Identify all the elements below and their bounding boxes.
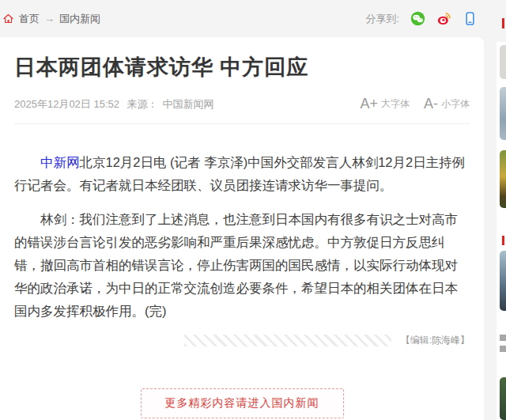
breadcrumb-current-link[interactable]: 国内新闻 (59, 12, 100, 26)
article-paragraph: 中新网北京12月2日电 (记者 李京泽)中国外交部发言人林剑12月2日主持例行记… (14, 151, 470, 197)
breadcrumb-home-link[interactable]: 首页 (19, 12, 40, 26)
paragraph-text: 林剑：我们注意到了上述消息，也注意到日本国内有很多有识之士对高市的错误涉台言论引… (14, 212, 458, 318)
sidebar-sliver (497, 42, 506, 420)
article-paragraph: 林剑：我们注意到了上述消息，也注意到日本国内有很多有识之士对高市的错误涉台言论引… (14, 208, 470, 323)
page: 首页 → 国内新闻 分享到: (0, 0, 506, 420)
stripe-decoration (184, 335, 391, 346)
editor-credit: 【编辑:陈海峰】 (401, 334, 470, 347)
article-datetime: 2025年12月02日 15:52 (14, 98, 119, 110)
sidebar-section-marker (502, 236, 504, 245)
breadcrumb: 首页 → 国内新闻 (2, 12, 100, 26)
chinanews-link[interactable]: 中新网 (40, 155, 80, 169)
paragraph-text: 北京12月2日电 (记者 李京泽)中国外交部发言人林剑12月2日主持例行记者会。… (14, 155, 465, 192)
article-meta: 2025年12月02日 15:52 来源：中国新闻网 A+ 大字体 A- 小字体 (14, 96, 470, 112)
source-name: 中国新闻网 (163, 98, 214, 110)
more-row: 更多精彩内容请进入国内新闻 (14, 388, 470, 418)
sidebar-thumbnail[interactable] (500, 251, 506, 311)
source-label: 来源： (127, 98, 158, 110)
header-divider (14, 123, 470, 124)
font-size-controls: A+ 大字体 A- 小字体 (360, 96, 470, 112)
sidebar-thumbnail[interactable] (500, 150, 506, 208)
share-bar: 分享到: (365, 11, 481, 26)
page-title: 日本两团体请求访华 中方回应 (14, 54, 470, 81)
article-card: 日本两团体请求访华 中方回应 2025年12月02日 15:52 来源：中国新闻… (0, 37, 484, 420)
weibo-icon[interactable] (436, 11, 451, 26)
font-larger-label: 大字体 (381, 97, 410, 111)
sidebar-thumbnail[interactable] (500, 45, 506, 79)
font-smaller-symbol: A- (424, 96, 438, 112)
article-body: 中新网北京12月2日电 (记者 李京泽)中国外交部发言人林剑12月2日主持例行记… (14, 151, 470, 323)
article-meta-left: 2025年12月02日 15:52 来源：中国新闻网 (14, 97, 219, 112)
sidebar-thumbnail[interactable] (500, 377, 506, 420)
share-label: 分享到: (365, 12, 399, 26)
breadcrumb-separator: → (44, 13, 55, 25)
home-icon[interactable] (2, 13, 14, 25)
more-content-button[interactable]: 更多精彩内容请进入国内新闻 (141, 388, 344, 418)
font-larger-button[interactable]: A+ 大字体 (360, 96, 410, 112)
top-bar: 首页 → 国内新闻 分享到: (0, 0, 484, 37)
font-smaller-label: 小字体 (441, 97, 470, 111)
wechat-icon[interactable] (410, 11, 425, 26)
sidebar-text-fragment (500, 346, 506, 352)
mobile-icon[interactable] (463, 11, 478, 26)
sidebar-thumbnail[interactable] (500, 87, 506, 140)
font-smaller-button[interactable]: A- 小字体 (424, 96, 470, 112)
sidebar-section-marker (502, 18, 504, 28)
editor-row: 【编辑:陈海峰】 (14, 334, 470, 347)
sidebar-text-fragment (500, 335, 506, 341)
font-larger-symbol: A+ (360, 96, 378, 112)
